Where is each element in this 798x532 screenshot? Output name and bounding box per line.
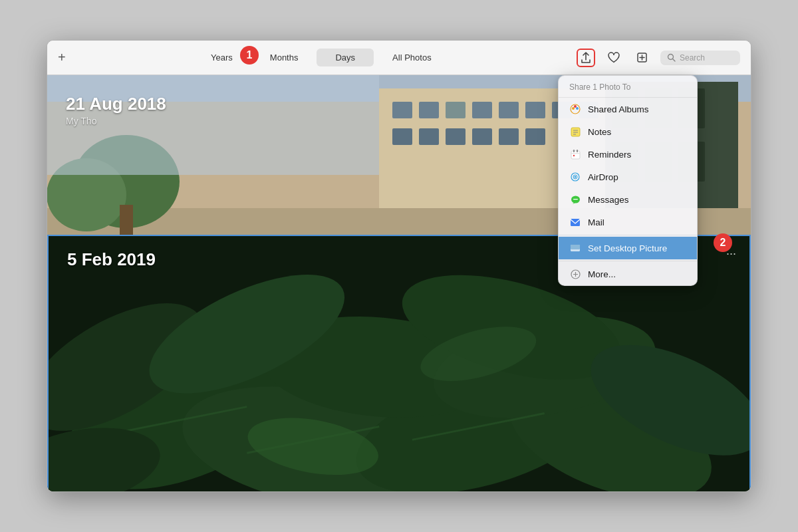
toolbar-actions: Search (577, 49, 740, 67)
dropdown-item-notes[interactable]: Notes (559, 120, 697, 143)
svg-rect-15 (419, 128, 439, 145)
svg-point-64 (575, 176, 577, 178)
dropdown-divider-2 (559, 261, 697, 261)
dropdown-item-messages[interactable]: Messages (559, 188, 697, 211)
notes-icon (569, 126, 581, 138)
svg-point-51 (576, 107, 579, 110)
more-label: More... (588, 269, 616, 279)
step-badge-2: 2 (714, 233, 732, 252)
photo-2-info: 5 Feb 2019 (67, 249, 156, 270)
search-input[interactable]: Search (680, 53, 705, 63)
dropdown-header: Share 1 Photo To (559, 76, 697, 98)
svg-rect-16 (446, 128, 466, 145)
svg-rect-7 (419, 102, 439, 118)
airdrop-label: AirDrop (588, 172, 618, 182)
svg-rect-8 (446, 102, 466, 118)
dropdown-divider (559, 235, 697, 235)
search-bar[interactable]: Search (660, 51, 740, 65)
reminders-icon (569, 148, 581, 160)
photo-1-location: My Tho (66, 116, 166, 126)
mail-label: Mail (588, 217, 604, 227)
messages-icon (569, 194, 581, 205)
svg-marker-66 (573, 203, 575, 204)
svg-point-61 (573, 154, 574, 156)
dropdown-item-more[interactable]: More... (559, 263, 697, 285)
svg-rect-68 (571, 219, 580, 226)
svg-rect-57 (571, 151, 580, 159)
dropdown-item-set-desktop[interactable]: Set Desktop Picture (559, 237, 697, 259)
edit-button[interactable] (632, 49, 651, 67)
photo-1-info: 21 Aug 2018 My Tho (66, 94, 166, 126)
share-dropdown: Share 1 Photo To Shared Albums (558, 75, 698, 286)
tab-bar: Years Months Days All Photos (76, 49, 566, 66)
svg-point-50 (572, 107, 575, 110)
set-desktop-icon (569, 242, 581, 254)
shared-albums-label: Shared Albums (588, 104, 649, 114)
svg-rect-6 (392, 102, 412, 118)
messages-label: Messages (588, 195, 629, 205)
airdrop-icon (569, 171, 581, 183)
notes-label: Notes (588, 127, 611, 137)
search-icon (667, 53, 676, 62)
svg-rect-70 (571, 245, 580, 249)
svg-point-52 (574, 105, 577, 108)
svg-rect-19 (525, 128, 545, 145)
svg-rect-9 (472, 102, 492, 118)
tab-all-photos[interactable]: All Photos (374, 49, 450, 66)
photo-2-date: 5 Feb 2019 (67, 249, 156, 270)
dropdown-item-mail[interactable]: Mail (559, 211, 697, 233)
dropdown-item-reminders[interactable]: Reminders (559, 143, 697, 166)
photo-1-date: 21 Aug 2018 (66, 94, 166, 114)
tab-days[interactable]: Days (317, 49, 374, 66)
toolbar: + Years Months Days All Photos (47, 41, 751, 75)
dropdown-item-airdrop[interactable]: AirDrop (559, 166, 697, 188)
favorite-button[interactable] (604, 49, 623, 67)
step-badge-1: 1 (240, 46, 259, 65)
svg-rect-17 (472, 128, 492, 145)
shared-albums-icon (569, 103, 581, 115)
reminders-label: Reminders (588, 150, 631, 160)
photos-window: + Years Months Days All Photos (47, 40, 751, 492)
share-button[interactable] (577, 49, 595, 67)
tab-months[interactable]: Months (251, 49, 317, 66)
svg-rect-18 (499, 128, 519, 145)
svg-rect-60 (571, 153, 580, 154)
svg-rect-14 (392, 128, 412, 145)
add-button[interactable]: + (58, 50, 66, 65)
dropdown-item-shared-albums[interactable]: Shared Albums (559, 98, 697, 120)
set-desktop-label: Set Desktop Picture (588, 243, 667, 253)
svg-rect-58 (573, 150, 575, 152)
svg-rect-10 (499, 102, 519, 118)
svg-line-2 (673, 59, 676, 62)
svg-rect-59 (577, 150, 578, 152)
svg-rect-67 (573, 199, 578, 200)
mail-icon (569, 216, 581, 228)
more-icon (569, 268, 581, 280)
svg-rect-30 (120, 205, 133, 235)
svg-rect-11 (525, 102, 545, 118)
